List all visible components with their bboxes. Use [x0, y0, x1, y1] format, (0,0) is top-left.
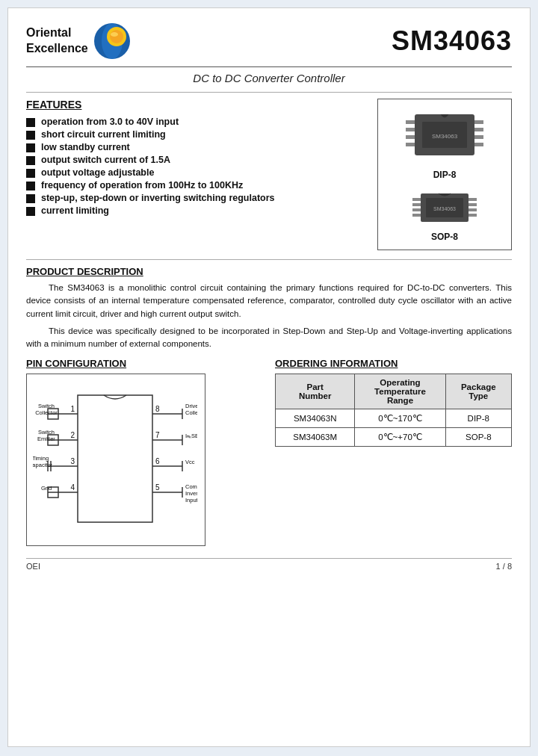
svg-rect-8 — [406, 135, 415, 139]
pin-config: PIN CONFIGURATION 1 Switch Collector 2 — [26, 358, 263, 546]
svg-rect-11 — [474, 128, 483, 131]
svg-rect-21 — [469, 198, 477, 201]
svg-text:Timing: Timing — [33, 455, 49, 462]
svg-text:Emitter: Emitter — [37, 436, 55, 442]
col-temp: OperatingTemperatureRange — [355, 374, 445, 409]
svg-point-4 — [111, 32, 118, 37]
footer: OEI 1 / 8 — [26, 558, 512, 571]
svg-rect-18 — [412, 203, 421, 206]
svg-rect-13 — [474, 143, 483, 146]
svg-text:Vcc: Vcc — [185, 459, 195, 465]
svg-text:Inverting: Inverting — [185, 490, 197, 497]
cell-pkg: DIP-8 — [445, 409, 511, 428]
part-number: SM34063 — [392, 25, 512, 57]
bullet-icon — [26, 194, 35, 203]
svg-rect-7 — [406, 128, 415, 131]
features-title: FEATURES — [26, 99, 370, 111]
svg-text:7: 7 — [155, 431, 160, 439]
package-box: SM34063 DIP-8 — [377, 99, 512, 250]
svg-point-3 — [110, 30, 123, 43]
bullet-icon — [26, 169, 35, 178]
svg-text:SM34063: SM34063 — [432, 133, 458, 140]
svg-text:1: 1 — [70, 405, 75, 413]
header-divider — [26, 66, 512, 67]
bullet-icon — [26, 118, 35, 127]
sop8-icon: SM34063 — [407, 188, 482, 229]
svg-text:Collector: Collector — [185, 409, 197, 416]
cell-part: SM34063N — [276, 409, 355, 428]
section-divider-1 — [26, 92, 512, 93]
list-item: output voltage adjustable — [26, 167, 370, 178]
svg-rect-6 — [406, 120, 415, 124]
svg-text:Collector: Collector — [35, 409, 58, 416]
logo-text-line1: Oriental — [26, 26, 71, 39]
dip8-package: SM34063 DIP-8 — [400, 107, 489, 180]
list-item: low standby current — [26, 142, 370, 152]
logo-text: Oriental Excellence — [26, 25, 88, 57]
svg-rect-12 — [474, 135, 483, 139]
logo-icon — [93, 22, 132, 61]
cell-temp: 0℃~170℃ — [355, 409, 445, 428]
svg-text:8: 8 — [155, 405, 160, 413]
prod-desc-para1: The SM34063 is a monolithic control circ… — [26, 282, 512, 320]
svg-text:Gnd: Gnd — [41, 485, 52, 492]
svg-text:6: 6 — [155, 457, 160, 465]
svg-rect-17 — [412, 198, 421, 201]
cell-temp: 0℃~+70℃ — [355, 428, 445, 447]
svg-text:Driver: Driver — [185, 403, 197, 409]
footer-page: 1 / 8 — [496, 562, 512, 571]
features-section: FEATURES operation from 3.0 to 40V input… — [26, 99, 512, 250]
list-item: operation from 3.0 to 40V input — [26, 117, 370, 127]
cell-pkg: SOP-8 — [445, 428, 511, 447]
svg-rect-19 — [412, 208, 421, 211]
svg-text:Switch: Switch — [38, 403, 55, 409]
svg-text:5: 5 — [155, 483, 160, 492]
svg-rect-27 — [78, 395, 152, 522]
svg-rect-23 — [469, 208, 477, 211]
list-item: frequency of operation from 100Hz to 100… — [26, 180, 370, 190]
subtitle: DC to DC Converter Controller — [26, 72, 512, 84]
features-list: FEATURES operation from 3.0 to 40V input… — [26, 99, 370, 250]
logo-text-line2: Excellence — [26, 42, 88, 55]
svg-text:4: 4 — [70, 483, 75, 492]
bullet-icon — [26, 131, 35, 140]
list-item: step-up, step-down or inverting switchin… — [26, 193, 370, 203]
list-item: short circuit current limiting — [26, 129, 370, 140]
bullet-icon — [26, 143, 35, 152]
ordering-info: ORDERING INFORMATION PartNumber Operatin… — [275, 358, 512, 447]
pin-diagram: 1 Switch Collector 2 Switch Emitter 3 Ti… — [33, 380, 197, 537]
sop8-package: SM34063 SOP-8 — [407, 188, 482, 242]
list-item: output switch current of 1.5A — [26, 155, 370, 165]
svg-text:3: 3 — [70, 457, 75, 465]
cell-part: SM34063M — [276, 428, 355, 447]
product-description: PRODUCT DESCRIPTION The SM34063 is a mon… — [26, 266, 512, 350]
svg-rect-22 — [469, 203, 477, 206]
list-item: current limiting — [26, 205, 370, 216]
svg-text:Input: Input — [185, 497, 197, 504]
svg-text:Switch: Switch — [38, 429, 55, 436]
header: Oriental Excellence SM34063 — [26, 22, 512, 61]
lower-section: PIN CONFIGURATION 1 Switch Collector 2 — [26, 358, 512, 546]
page: Oriental Excellence SM34063 DC to DC Con… — [7, 7, 531, 747]
ordering-table: PartNumber OperatingTemperatureRange Pac… — [275, 374, 512, 447]
section-divider-2 — [26, 259, 512, 260]
footer-brand: OEI — [26, 562, 40, 571]
logo-area: Oriental Excellence — [26, 22, 132, 61]
table-row: SM34063N 0℃~170℃ DIP-8 — [276, 409, 512, 428]
bullet-icon — [26, 207, 35, 216]
prod-desc-title: PRODUCT DESCRIPTION — [26, 266, 512, 277]
svg-rect-24 — [469, 214, 477, 217]
svg-rect-9 — [406, 143, 415, 146]
svg-rect-10 — [474, 120, 483, 124]
svg-text:Capacitor: Capacitor — [33, 462, 53, 468]
svg-text:IₕₖSENSE: IₕₖSENSE — [185, 433, 197, 439]
sop8-label: SOP-8 — [431, 232, 458, 242]
svg-text:2: 2 — [70, 431, 75, 439]
table-row: SM34063M 0℃~+70℃ SOP-8 — [276, 428, 512, 447]
features-items: operation from 3.0 to 40V input short ci… — [26, 117, 370, 216]
bullet-icon — [26, 182, 35, 190]
svg-text:Comparator: Comparator — [185, 483, 197, 490]
pin-box: 1 Switch Collector 2 Switch Emitter 3 Ti… — [26, 374, 205, 546]
svg-rect-20 — [412, 214, 421, 217]
pin-config-title: PIN CONFIGURATION — [26, 358, 263, 369]
